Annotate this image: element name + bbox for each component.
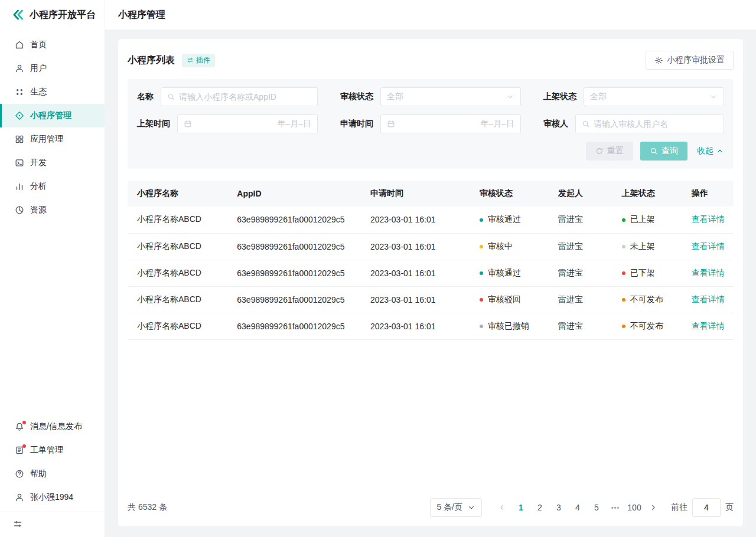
apply-time-placeholder: 年–月–日 [480, 119, 514, 129]
user-icon [15, 64, 24, 73]
cell-shelf-status: 不可发布 [612, 286, 682, 313]
approval-settings-button[interactable]: 小程序审批设置 [646, 51, 734, 70]
pager: 5 条/页 1 2 3 4 5 ••• 100 前往 页 [430, 498, 734, 517]
sidebar-item-resources[interactable]: 资源 [0, 198, 105, 222]
calendar-icon [387, 120, 395, 128]
main-content: 小程序列表 插件 小程序审批设置 名称 [105, 30, 756, 537]
page-number-4[interactable]: 4 [569, 499, 586, 516]
sidebar-item-label: 消息/信息发布 [30, 421, 82, 432]
goto-unit: 页 [725, 502, 734, 513]
shelf-time-filter: 上架时间 年–月–日 [137, 114, 318, 133]
view-details-link[interactable]: 查看详情 [692, 321, 725, 330]
shelf-status-select[interactable]: 全部 [584, 87, 724, 106]
auditor-filter: 审核人 [543, 114, 724, 133]
sidebar-item-label: 工单管理 [30, 445, 63, 456]
status-dot [622, 325, 625, 328]
sidebar-item-home[interactable]: 首页 [0, 33, 105, 57]
cell-appid: 63e989899261fa00012029c5 [227, 286, 361, 313]
sidebar-item-account[interactable]: 张小强1994 [0, 486, 105, 509]
plugin-badge[interactable]: 插件 [182, 54, 215, 67]
shelf-status-filter: 上架状态 全部 [543, 87, 724, 106]
apply-time-filter: 申请时间 年–月–日 [340, 114, 521, 133]
cell-shelf-status: 未上架 [612, 233, 682, 260]
cell-audit-status: 审核通过 [470, 260, 549, 286]
topbar: 小程序管理 [105, 0, 756, 30]
page-number-1[interactable]: 1 [513, 499, 529, 516]
sidebar-item-help[interactable]: 帮助 [0, 462, 105, 486]
approval-settings-label: 小程序审批设置 [667, 55, 725, 66]
page-number-last[interactable]: 100 [626, 499, 643, 516]
sidebar-item-messages[interactable]: 消息/信息发布 [0, 415, 105, 438]
sidebar-item-tickets[interactable]: 工单管理 [0, 438, 105, 462]
sidebar-item-miniapp-management[interactable]: 小程序管理 [0, 104, 105, 127]
cell-actions: 查看详情 [682, 260, 734, 286]
column-header-name: 小程序名称 [128, 181, 227, 207]
cell-actions: 查看详情 [682, 286, 734, 313]
page-size-select[interactable]: 5 条/页 [430, 498, 482, 517]
cell-apply-time: 2023-03-01 16:01 [361, 286, 470, 313]
notification-dot [22, 421, 26, 424]
sidebar-item-app-management[interactable]: 应用管理 [0, 127, 105, 151]
view-details-link[interactable]: 查看详情 [692, 268, 725, 277]
calendar-icon [184, 120, 192, 128]
page-number-3[interactable]: 3 [550, 499, 567, 516]
collapse-filters-link[interactable]: 收起 [697, 146, 724, 156]
audit-status-filter: 审核状态 全部 [340, 87, 521, 106]
status-dot [622, 245, 625, 248]
apps-icon [15, 135, 24, 144]
audit-status-select[interactable]: 全部 [380, 87, 521, 106]
sidebar-item-label: 小程序管理 [30, 110, 71, 121]
audit-status-text: 审核中 [488, 241, 513, 251]
cell-apply-time: 2023-03-01 16:01 [361, 207, 470, 233]
shelf-status-value: 全部 [590, 91, 607, 102]
shelf-time-date-input[interactable]: 年–月–日 [177, 114, 318, 133]
swap-icon [187, 57, 194, 64]
page-number-2[interactable]: 2 [532, 499, 548, 516]
chevron-up-icon [716, 147, 724, 155]
cell-actions: 查看详情 [682, 233, 734, 260]
audit-status-text: 审核通过 [488, 214, 521, 224]
page-number-5[interactable]: 5 [588, 499, 605, 516]
sidebar-item-ecosystem[interactable]: 生态 [0, 80, 105, 104]
view-details-link[interactable]: 查看详情 [692, 294, 725, 304]
reset-button-label: 重置 [607, 146, 624, 156]
sidebar-bottom-menu: 消息/信息发布 工单管理 帮助 张小强1994 [0, 415, 105, 537]
audit-status-text: 审核驳回 [488, 294, 521, 304]
chevron-down-icon [709, 93, 718, 101]
cell-apply-time: 2023-03-01 16:01 [361, 260, 470, 286]
account-icon [15, 493, 24, 502]
name-filter-input-box[interactable] [161, 87, 318, 106]
card-spacer [128, 340, 734, 499]
chevron-left-icon [498, 503, 506, 512]
reset-button[interactable]: 重置 [586, 142, 633, 161]
cell-appid: 63e989899261fa00012029c5 [227, 260, 361, 286]
table-row: 小程序名称ABCD 63e989899261fa00012029c5 2023-… [128, 313, 734, 339]
page-title: 小程序管理 [118, 9, 165, 21]
miniapp-icon [15, 111, 24, 120]
cell-audit-status: 审核中 [470, 233, 549, 260]
bell-icon [15, 422, 24, 431]
sidebar-item-analytics[interactable]: 分析 [0, 175, 105, 198]
view-details-link[interactable]: 查看详情 [692, 214, 725, 224]
brand-name: 小程序开放平台 [30, 9, 96, 21]
next-page-button[interactable] [645, 499, 662, 516]
goto-page-input[interactable] [692, 498, 721, 517]
page-ellipsis[interactable]: ••• [607, 499, 624, 516]
column-header-actions: 操作 [682, 181, 734, 207]
sidebar-item-users[interactable]: 用户 [0, 57, 105, 80]
gear-icon [654, 56, 663, 65]
name-filter-label: 名称 [137, 91, 154, 102]
status-dot [622, 271, 625, 275]
page: { "brand": { "name": "小程序开放平台" }, "heade… [0, 0, 756, 537]
auditor-filter-input[interactable] [594, 119, 718, 129]
view-details-link[interactable]: 查看详情 [692, 241, 725, 251]
auditor-filter-input-box[interactable] [575, 114, 724, 133]
prev-page-button[interactable] [494, 499, 510, 516]
sidebar-collapse-button[interactable] [0, 513, 105, 535]
sidebar-item-development[interactable]: 开发 [0, 151, 105, 175]
name-filter-input[interactable] [179, 92, 311, 101]
query-button[interactable]: 查询 [640, 142, 687, 161]
apply-time-date-input[interactable]: 年–月–日 [380, 114, 521, 133]
table-row: 小程序名称ABCD 63e989899261fa00012029c5 2023-… [128, 260, 734, 286]
column-header-shelf-status: 上架状态 [612, 181, 682, 207]
